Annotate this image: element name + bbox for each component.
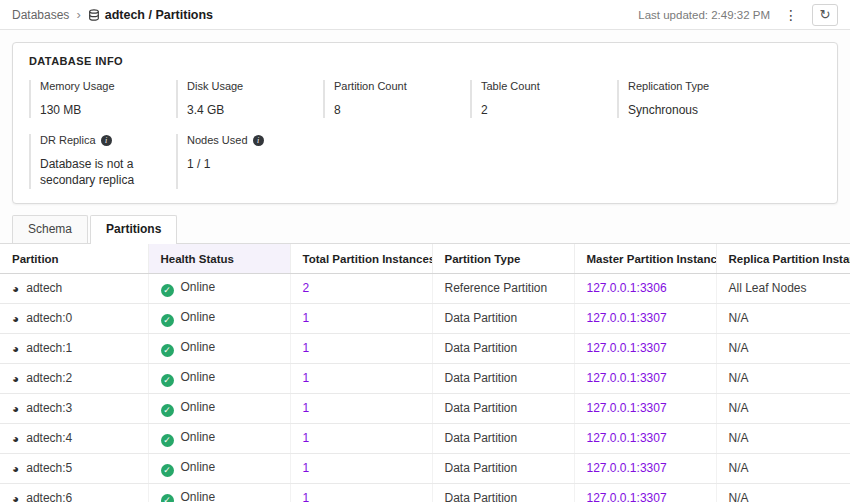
partition-icon: ◕ [12,402,19,416]
instances-link[interactable]: 1 [303,341,310,355]
partitions-table-container: Partition Health Status Total Partition … [0,243,850,502]
health-cell: ✓Online [148,483,290,502]
partition-name: adtech:4 [26,431,72,445]
table-row[interactable]: ◕adtech:1 ✓Online 1 Data Partition 127.0… [0,333,850,363]
database-icon [88,9,100,21]
partition-icon: ◕ [12,282,19,296]
replica-instance: N/A [716,333,850,363]
metric-value: 8 [334,102,456,118]
tab-schema[interactable]: Schema [12,215,88,243]
column-header-partition[interactable]: Partition [0,244,148,274]
replica-instance: N/A [716,423,850,453]
partition-type: Data Partition [432,333,574,363]
partition-cell: ◕adtech:4 [0,423,148,453]
master-instance-link[interactable]: 127.0.0.1:3307 [587,461,667,475]
online-check-icon: ✓ [161,494,174,502]
partition-cell: ◕adtech [0,273,148,303]
instances-link[interactable]: 1 [303,311,310,325]
partition-icon: ◕ [12,462,19,476]
partition-name: adtech:3 [26,401,72,415]
metric-label: Nodes Used [187,134,248,147]
health-label: Online [181,430,216,444]
health-label: Online [181,310,216,324]
online-check-icon: ✓ [161,434,174,447]
metric-replication-type: Replication Type Synchronous [617,80,764,118]
partition-icon: ◕ [12,432,19,446]
master-instance-link[interactable]: 127.0.0.1:3307 [587,491,667,502]
instances-link[interactable]: 1 [303,371,310,385]
column-header-replica-partition-instance[interactable]: Replica Partition Instance ... [716,244,850,274]
table-row[interactable]: ◕adtech:3 ✓Online 1 Data Partition 127.0… [0,393,850,423]
metric-value: 2 [481,102,603,118]
table-row[interactable]: ◕adtech ✓Online 2 Reference Partition 12… [0,273,850,303]
card-title: DATABASE INFO [29,55,821,67]
instances-link[interactable]: 2 [303,281,310,295]
partition-type: Reference Partition [432,273,574,303]
online-check-icon: ✓ [161,284,174,297]
master-instance-link[interactable]: 127.0.0.1:3306 [587,281,667,295]
metric-nodes-used: Nodes Used i 1 / 1 [176,134,323,188]
master-instance-link[interactable]: 127.0.0.1:3307 [587,401,667,415]
partition-cell: ◕adtech:0 [0,303,148,333]
partition-type: Data Partition [432,363,574,393]
metric-label: Table Count [481,80,603,93]
partition-icon: ◕ [12,312,19,326]
topbar: Databases › adtech / Partitions Last upd… [0,0,850,30]
table-row[interactable]: ◕adtech:6 ✓Online 1 Data Partition 127.0… [0,483,850,502]
replica-instance: N/A [716,453,850,483]
table-row[interactable]: ◕adtech:5 ✓Online 1 Data Partition 127.0… [0,453,850,483]
master-instance-link[interactable]: 127.0.0.1:3307 [587,311,667,325]
partition-type: Data Partition [432,423,574,453]
partitions-table: Partition Health Status Total Partition … [0,244,850,502]
partition-cell: ◕adtech:5 [0,453,148,483]
metric-label: Disk Usage [187,80,309,93]
column-header-total-partition-instances[interactable]: Total Partition Instances [290,244,432,274]
replica-instance: N/A [716,393,850,423]
online-check-icon: ✓ [161,374,174,387]
database-info-card: DATABASE INFO Memory Usage 130 MB Disk U… [12,42,838,204]
health-label: Online [181,340,216,354]
breadcrumb-current-label: adtech / Partitions [105,8,213,22]
health-label: Online [181,280,216,294]
health-label: Online [181,490,216,502]
partition-type: Data Partition [432,303,574,333]
replica-instance: N/A [716,483,850,502]
online-check-icon: ✓ [161,344,174,357]
column-header-health-status[interactable]: Health Status [148,244,290,274]
health-label: Online [181,460,216,474]
partition-type: Data Partition [432,483,574,502]
instances-link[interactable]: 1 [303,431,310,445]
info-icon[interactable]: i [101,135,112,146]
upper-section: DATABASE INFO Memory Usage 130 MB Disk U… [0,30,850,243]
table-row[interactable]: ◕adtech:4 ✓Online 1 Data Partition 127.0… [0,423,850,453]
instances-link[interactable]: 1 [303,491,310,502]
page: Databases › adtech / Partitions Last upd… [0,0,850,502]
instances-link[interactable]: 1 [303,401,310,415]
partition-name: adtech [26,281,62,295]
metric-label: Replication Type [628,80,750,93]
column-header-master-partition-instance[interactable]: Master Partition Instance ... [574,244,716,274]
table-header-row: Partition Health Status Total Partition … [0,244,850,274]
metric-value: 1 / 1 [187,156,309,172]
kebab-menu-button[interactable]: ⋮ [780,5,802,25]
master-instance-link[interactable]: 127.0.0.1:3307 [587,371,667,385]
replica-instance: N/A [716,363,850,393]
metric-label: Partition Count [334,80,456,93]
table-row[interactable]: ◕adtech:2 ✓Online 1 Data Partition 127.0… [0,363,850,393]
topbar-right: Last updated: 2:49:32 PM ⋮ ↻ [638,4,838,26]
column-header-partition-type[interactable]: Partition Type [432,244,574,274]
master-instance-link[interactable]: 127.0.0.1:3307 [587,341,667,355]
breadcrumb-root-databases[interactable]: Databases [12,8,69,22]
info-icon[interactable]: i [253,135,264,146]
online-check-icon: ✓ [161,314,174,327]
table-row[interactable]: ◕adtech:0 ✓Online 1 Data Partition 127.0… [0,303,850,333]
master-instance-link[interactable]: 127.0.0.1:3307 [587,431,667,445]
partition-name: adtech:0 [26,311,72,325]
instances-link[interactable]: 1 [303,461,310,475]
health-label: Online [181,400,216,414]
metric-label: DR Replica [40,134,96,147]
metric-partition-count: Partition Count 8 [323,80,470,118]
online-check-icon: ✓ [161,464,174,477]
refresh-button[interactable]: ↻ [812,4,838,26]
tab-partitions[interactable]: Partitions [90,215,177,244]
